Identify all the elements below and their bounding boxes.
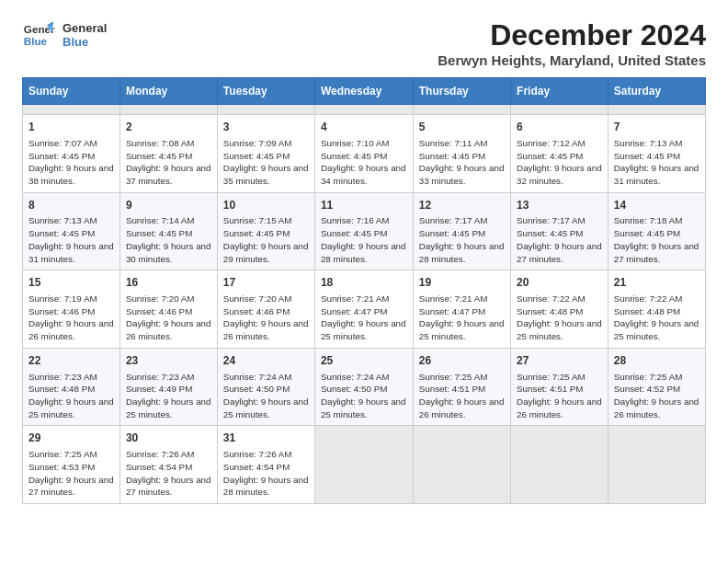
day-info: Sunrise: 7:25 AMSunset: 4:51 PMDaylight:… xyxy=(419,371,505,421)
day-cell: 31Sunrise: 7:26 AMSunset: 4:54 PMDayligh… xyxy=(217,426,314,504)
day-number: 28 xyxy=(614,353,700,369)
header-friday: Friday xyxy=(511,78,609,105)
week-row-0 xyxy=(23,105,706,115)
header-sunday: Sunday xyxy=(23,78,120,105)
day-number: 8 xyxy=(28,198,114,213)
day-cell: 20Sunrise: 7:22 AMSunset: 4:48 PMDayligh… xyxy=(511,270,609,349)
day-info: Sunrise: 7:26 AMSunset: 4:54 PMDaylight:… xyxy=(126,448,211,499)
day-cell: 14Sunrise: 7:18 AMSunset: 4:45 PMDayligh… xyxy=(608,192,705,270)
day-number: 15 xyxy=(28,275,114,291)
header-saturday: Saturday xyxy=(608,78,705,105)
day-info: Sunrise: 7:11 AMSunset: 4:45 PMDaylight:… xyxy=(419,137,505,188)
header-thursday: Thursday xyxy=(413,78,510,105)
day-info: Sunrise: 7:26 AMSunset: 4:54 PMDaylight:… xyxy=(223,448,309,499)
day-cell xyxy=(413,426,510,504)
day-cell xyxy=(314,426,413,504)
day-cell xyxy=(314,105,413,115)
day-info: Sunrise: 7:21 AMSunset: 4:47 PMDaylight:… xyxy=(321,293,407,343)
day-number: 17 xyxy=(223,275,309,291)
logo-icon: General Blue xyxy=(22,18,55,52)
day-cell xyxy=(608,105,705,115)
day-number: 13 xyxy=(517,198,602,213)
day-number: 25 xyxy=(321,353,407,369)
day-number: 21 xyxy=(614,275,700,291)
day-info: Sunrise: 7:21 AMSunset: 4:47 PMDaylight:… xyxy=(419,293,505,343)
day-cell: 24Sunrise: 7:24 AMSunset: 4:50 PMDayligh… xyxy=(217,348,314,426)
day-cell: 11Sunrise: 7:16 AMSunset: 4:45 PMDayligh… xyxy=(314,192,413,270)
day-cell: 7Sunrise: 7:13 AMSunset: 4:45 PMDaylight… xyxy=(608,115,705,193)
day-cell: 26Sunrise: 7:25 AMSunset: 4:51 PMDayligh… xyxy=(413,348,510,426)
day-number: 20 xyxy=(517,275,602,291)
day-info: Sunrise: 7:13 AMSunset: 4:45 PMDaylight:… xyxy=(614,137,700,188)
day-cell xyxy=(511,426,609,504)
day-info: Sunrise: 7:09 AMSunset: 4:45 PMDaylight:… xyxy=(223,137,309,188)
day-number: 1 xyxy=(28,120,114,135)
day-number: 2 xyxy=(126,120,211,135)
day-number: 31 xyxy=(223,431,309,446)
day-cell: 21Sunrise: 7:22 AMSunset: 4:48 PMDayligh… xyxy=(608,270,705,349)
day-cell: 6Sunrise: 7:12 AMSunset: 4:45 PMDaylight… xyxy=(511,115,609,193)
day-cell: 15Sunrise: 7:19 AMSunset: 4:46 PMDayligh… xyxy=(23,270,120,349)
day-info: Sunrise: 7:15 AMSunset: 4:45 PMDaylight:… xyxy=(223,214,309,265)
day-info: Sunrise: 7:20 AMSunset: 4:46 PMDaylight:… xyxy=(126,293,211,343)
calendar-header-row: SundayMondayTuesdayWednesdayThursdayFrid… xyxy=(23,78,706,105)
day-info: Sunrise: 7:19 AMSunset: 4:46 PMDaylight:… xyxy=(28,293,114,343)
day-number: 10 xyxy=(223,198,309,213)
day-cell: 2Sunrise: 7:08 AMSunset: 4:45 PMDaylight… xyxy=(119,115,217,193)
day-info: Sunrise: 7:08 AMSunset: 4:45 PMDaylight:… xyxy=(126,137,211,188)
day-cell xyxy=(413,105,510,115)
logo: General Blue General Blue xyxy=(22,18,107,52)
day-number: 6 xyxy=(517,120,602,135)
header-wednesday: Wednesday xyxy=(314,78,413,105)
day-cell: 30Sunrise: 7:26 AMSunset: 4:54 PMDayligh… xyxy=(119,426,217,504)
day-info: Sunrise: 7:16 AMSunset: 4:45 PMDaylight:… xyxy=(321,214,407,265)
day-cell xyxy=(217,105,314,115)
day-number: 27 xyxy=(517,353,602,369)
day-info: Sunrise: 7:17 AMSunset: 4:45 PMDaylight:… xyxy=(517,214,602,265)
day-cell: 9Sunrise: 7:14 AMSunset: 4:45 PMDaylight… xyxy=(119,192,217,270)
day-info: Sunrise: 7:25 AMSunset: 4:52 PMDaylight:… xyxy=(614,371,700,421)
day-number: 9 xyxy=(126,198,211,213)
day-info: Sunrise: 7:25 AMSunset: 4:51 PMDaylight:… xyxy=(517,371,602,421)
day-cell xyxy=(511,105,609,115)
day-cell xyxy=(608,426,705,504)
day-info: Sunrise: 7:12 AMSunset: 4:45 PMDaylight:… xyxy=(517,137,602,188)
day-info: Sunrise: 7:24 AMSunset: 4:50 PMDaylight:… xyxy=(321,371,407,421)
logo-blue: Blue xyxy=(63,35,107,49)
day-number: 18 xyxy=(321,275,407,291)
week-row-3: 15Sunrise: 7:19 AMSunset: 4:46 PMDayligh… xyxy=(23,270,706,349)
day-cell: 16Sunrise: 7:20 AMSunset: 4:46 PMDayligh… xyxy=(119,270,217,349)
day-cell xyxy=(23,105,120,115)
day-cell: 27Sunrise: 7:25 AMSunset: 4:51 PMDayligh… xyxy=(511,348,609,426)
day-cell: 25Sunrise: 7:24 AMSunset: 4:50 PMDayligh… xyxy=(314,348,413,426)
day-number: 19 xyxy=(419,275,505,291)
day-number: 5 xyxy=(419,120,505,135)
week-row-4: 22Sunrise: 7:23 AMSunset: 4:48 PMDayligh… xyxy=(23,348,706,426)
day-info: Sunrise: 7:22 AMSunset: 4:48 PMDaylight:… xyxy=(517,293,602,343)
page-container: General Blue General Blue December 2024 … xyxy=(22,18,706,504)
day-info: Sunrise: 7:23 AMSunset: 4:49 PMDaylight:… xyxy=(126,371,211,421)
day-number: 7 xyxy=(614,120,700,135)
day-number: 24 xyxy=(223,353,309,369)
day-cell xyxy=(119,105,217,115)
day-cell: 8Sunrise: 7:13 AMSunset: 4:45 PMDaylight… xyxy=(23,192,120,270)
location-title: Berwyn Heights, Maryland, United States xyxy=(438,52,706,68)
day-cell: 19Sunrise: 7:21 AMSunset: 4:47 PMDayligh… xyxy=(413,270,510,349)
header-monday: Monday xyxy=(119,78,217,105)
week-row-5: 29Sunrise: 7:25 AMSunset: 4:53 PMDayligh… xyxy=(23,426,706,504)
day-cell: 10Sunrise: 7:15 AMSunset: 4:45 PMDayligh… xyxy=(217,192,314,270)
day-number: 23 xyxy=(126,353,211,369)
day-cell: 5Sunrise: 7:11 AMSunset: 4:45 PMDaylight… xyxy=(413,115,510,193)
day-info: Sunrise: 7:14 AMSunset: 4:45 PMDaylight:… xyxy=(126,214,211,265)
day-cell: 17Sunrise: 7:20 AMSunset: 4:46 PMDayligh… xyxy=(217,270,314,349)
day-info: Sunrise: 7:17 AMSunset: 4:45 PMDaylight:… xyxy=(419,214,505,265)
day-cell: 1Sunrise: 7:07 AMSunset: 4:45 PMDaylight… xyxy=(23,115,120,193)
day-cell: 18Sunrise: 7:21 AMSunset: 4:47 PMDayligh… xyxy=(314,270,413,349)
header: General Blue General Blue December 2024 … xyxy=(22,18,706,68)
day-number: 12 xyxy=(419,198,505,213)
day-number: 3 xyxy=(223,120,309,135)
day-number: 30 xyxy=(126,431,211,446)
day-info: Sunrise: 7:23 AMSunset: 4:48 PMDaylight:… xyxy=(28,371,114,421)
day-info: Sunrise: 7:18 AMSunset: 4:45 PMDaylight:… xyxy=(614,214,700,265)
calendar-table: SundayMondayTuesdayWednesdayThursdayFrid… xyxy=(22,77,706,504)
